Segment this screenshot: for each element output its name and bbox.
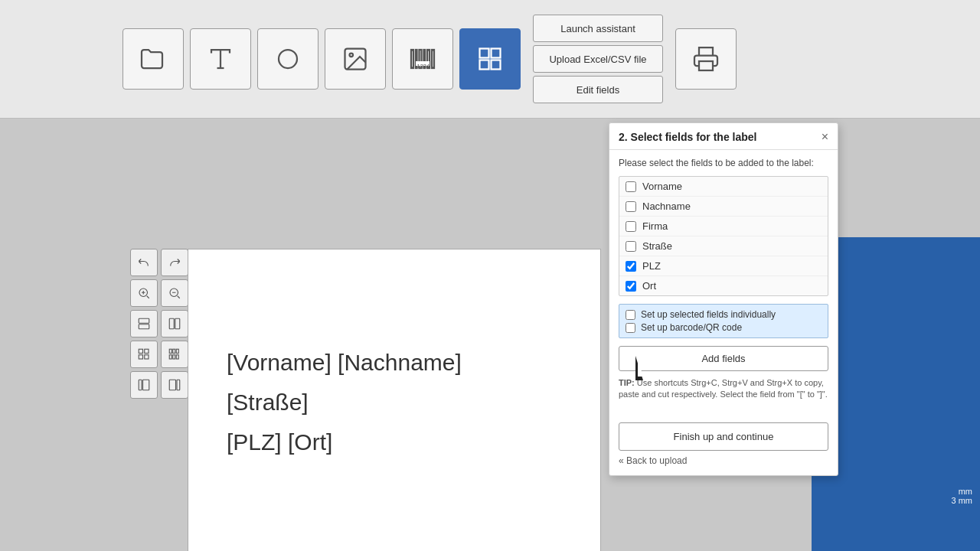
launch-assistant-button[interactable]: Launch assistant xyxy=(533,15,663,42)
tip-text: TIP: Use shortcuts Strg+C, Strg+V and St… xyxy=(619,377,828,401)
svg-rect-23 xyxy=(145,349,149,353)
svg-rect-3 xyxy=(411,50,413,68)
field-item: Straße xyxy=(619,236,828,256)
svg-rect-11 xyxy=(480,49,489,58)
field-checkbox-straße[interactable] xyxy=(626,241,636,252)
back-to-upload-link[interactable]: « Back to upload xyxy=(619,455,828,466)
add-fields-button[interactable]: Add fields xyxy=(619,346,828,371)
dialog-close-button[interactable]: × xyxy=(822,131,828,143)
options-section: Set up selected fields individuallySet u… xyxy=(619,304,828,338)
dialog-header: 2. Select fields for the label × xyxy=(609,123,838,150)
svg-point-2 xyxy=(350,54,354,57)
panel-left-button[interactable] xyxy=(130,371,158,399)
svg-rect-13 xyxy=(480,60,489,70)
redo-button[interactable] xyxy=(161,249,188,276)
svg-rect-26 xyxy=(169,349,172,353)
option-label: Set up selected fields individually xyxy=(641,309,776,320)
field-item: Ort xyxy=(619,276,828,295)
option-checkbox-0[interactable] xyxy=(626,310,635,320)
dialog-footer: Finish up and continue « Back to upload xyxy=(609,416,838,475)
svg-rect-31 xyxy=(176,355,178,359)
svg-text:1234: 1234 xyxy=(417,63,430,70)
svg-rect-25 xyxy=(145,355,149,359)
field-checkbox-vorname[interactable] xyxy=(626,181,636,192)
field-item: Firma xyxy=(619,217,828,236)
canvas-line-3: [PLZ] [Ort] xyxy=(227,429,332,455)
option-item: Set up barcode/QR code xyxy=(626,322,822,333)
field-item: Nachname xyxy=(619,197,828,217)
svg-rect-29 xyxy=(169,355,172,359)
tool-print[interactable] xyxy=(675,28,737,90)
field-label: Firma xyxy=(642,220,668,232)
mm-label: mm3 mm xyxy=(952,487,973,505)
svg-rect-14 xyxy=(492,60,501,70)
tip-content: Use shortcuts Strg+C, Strg+V and Strg+X … xyxy=(619,378,828,399)
svg-rect-20 xyxy=(169,318,174,329)
svg-rect-30 xyxy=(173,355,175,359)
field-label: PLZ xyxy=(642,260,661,272)
svg-rect-21 xyxy=(175,318,180,329)
svg-rect-22 xyxy=(139,349,142,353)
field-item: Vorname xyxy=(619,177,828,197)
tool-barcode[interactable]: 1234 xyxy=(392,28,453,90)
option-label: Set up barcode/QR code xyxy=(641,322,742,333)
svg-rect-18 xyxy=(139,318,149,323)
toolbar-actions: Launch assistant Upload Excel/CSV file E… xyxy=(533,15,663,103)
field-label: Ort xyxy=(642,280,656,292)
fields-list: VornameNachnameFirmaStraßePLZOrt xyxy=(619,176,828,296)
toolbar: 1234 Launch assistant Upload Excel/CSV f… xyxy=(0,0,980,119)
tool-folder[interactable] xyxy=(122,28,184,90)
dialog-description: Please select the fields to be added to … xyxy=(619,158,828,168)
option-checkbox-1[interactable] xyxy=(626,323,635,333)
field-checkbox-ort[interactable] xyxy=(626,281,636,292)
finish-continue-button[interactable]: Finish up and continue xyxy=(619,422,828,451)
zoom-in-button[interactable] xyxy=(130,279,158,307)
svg-rect-24 xyxy=(139,355,142,359)
svg-point-0 xyxy=(279,50,297,68)
dialog-body: Please select the fields to be added to … xyxy=(609,150,838,416)
left-tools xyxy=(130,249,188,399)
field-item: PLZ xyxy=(619,256,828,276)
grid-2-button[interactable] xyxy=(161,341,188,368)
svg-rect-33 xyxy=(143,380,149,390)
panel-right-button[interactable] xyxy=(161,371,188,399)
edit-fields-button[interactable]: Edit fields xyxy=(533,76,663,103)
select-fields-dialog: 2. Select fields for the label × Please … xyxy=(609,122,838,476)
svg-rect-15 xyxy=(699,61,713,70)
dialog-title: 2. Select fields for the label xyxy=(619,131,757,143)
tool-text[interactable] xyxy=(190,28,251,90)
field-label: Vorname xyxy=(642,181,682,192)
undo-button[interactable] xyxy=(130,249,158,276)
layout-1-button[interactable] xyxy=(130,310,158,337)
option-item: Set up selected fields individually xyxy=(626,309,822,320)
tool-image[interactable] xyxy=(325,28,386,90)
field-checkbox-firma[interactable] xyxy=(626,221,636,232)
canvas-line-1: [Vorname] [Nachname] xyxy=(227,350,462,376)
svg-rect-28 xyxy=(176,349,178,353)
label-canvas: [Vorname] [Nachname] [Straße] [PLZ] [Ort… xyxy=(188,249,601,551)
tool-grid[interactable] xyxy=(459,28,521,90)
svg-rect-27 xyxy=(173,349,175,353)
field-label: Nachname xyxy=(642,201,691,212)
canvas-line-2: [Straße] xyxy=(227,390,309,416)
upload-excel-button[interactable]: Upload Excel/CSV file xyxy=(533,45,663,73)
svg-rect-34 xyxy=(177,380,180,390)
zoom-out-button[interactable] xyxy=(161,279,188,307)
svg-rect-8 xyxy=(432,50,434,68)
field-checkbox-nachname[interactable] xyxy=(626,201,636,212)
svg-rect-32 xyxy=(139,380,142,390)
field-checkbox-plz[interactable] xyxy=(626,261,636,272)
svg-rect-35 xyxy=(169,380,175,390)
layout-2-button[interactable] xyxy=(161,310,188,337)
svg-rect-12 xyxy=(492,49,501,58)
svg-rect-19 xyxy=(139,324,149,329)
grid-1-button[interactable] xyxy=(130,341,158,368)
field-label: Straße xyxy=(642,240,672,252)
tool-shape[interactable] xyxy=(257,28,318,90)
